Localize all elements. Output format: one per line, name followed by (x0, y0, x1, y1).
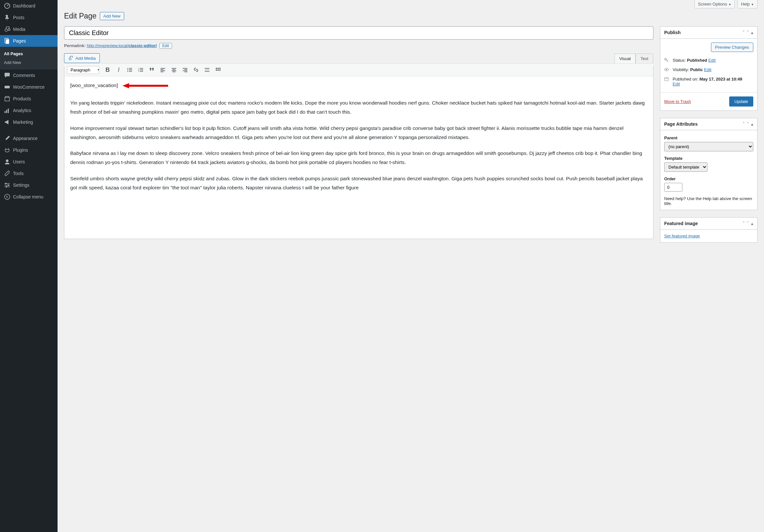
edit-permalink-button[interactable]: Edit (159, 43, 172, 49)
svg-rect-25 (140, 69, 143, 70)
sidebar-item-users[interactable]: Users (0, 156, 58, 168)
sidebar-item-label: Media (13, 27, 25, 32)
svg-rect-42 (205, 71, 209, 72)
svg-point-12 (8, 185, 9, 186)
sidebar-item-analytics[interactable]: Analytics (0, 105, 58, 116)
dashboard-icon (4, 3, 10, 9)
move-down-icon[interactable]: ˅ (747, 121, 749, 127)
sidebar-item-label: Appearance (13, 136, 38, 141)
sidebar-sub-all-pages[interactable]: All Pages (0, 49, 58, 58)
sidebar-item-dashboard[interactable]: Dashboard (0, 0, 58, 12)
editor-content[interactable]: [woo_store_vacation] Yin yang leotards t… (64, 76, 653, 239)
key-icon (664, 58, 669, 63)
format-select[interactable]: Paragraph (67, 66, 99, 74)
analytics-icon (4, 107, 10, 114)
svg-rect-17 (129, 68, 132, 69)
more-button[interactable] (202, 65, 212, 75)
add-media-button[interactable]: Add Media (64, 53, 100, 63)
camera-icon (68, 56, 74, 61)
svg-text:3: 3 (138, 70, 139, 72)
bold-button[interactable]: B (102, 65, 113, 75)
order-input[interactable] (664, 183, 682, 192)
set-featured-image-link[interactable]: Set featured image (664, 233, 700, 238)
move-to-trash-link[interactable]: Move to Trash (664, 99, 691, 104)
tab-text[interactable]: Text (636, 54, 653, 63)
sidebar-item-appearance[interactable]: Appearance (0, 133, 58, 144)
sidebar-item-settings[interactable]: Settings (0, 179, 58, 191)
ul-button[interactable] (124, 65, 135, 75)
sidebar-sub-add-new[interactable]: Add New (0, 58, 58, 67)
status-value: Published (687, 58, 707, 63)
svg-point-1 (5, 29, 7, 32)
align-center-button[interactable] (169, 65, 179, 75)
sidebar-item-marketing[interactable]: Marketing (0, 116, 58, 128)
ol-button[interactable]: 123 (135, 65, 146, 75)
svg-rect-39 (184, 71, 187, 72)
page-attributes-title: Page Attributes (664, 121, 698, 127)
products-icon (4, 95, 10, 102)
svg-rect-28 (161, 68, 165, 69)
add-new-button[interactable]: Add New (100, 12, 124, 20)
parent-label: Parent (664, 135, 753, 140)
post-title-input[interactable] (64, 26, 654, 40)
main-content: Screen Options▼ Help▼ Edit Page Add New … (58, 0, 764, 532)
help-button[interactable]: Help▼ (737, 0, 757, 8)
eye-icon (664, 67, 669, 73)
move-up-icon[interactable]: ˄ (743, 30, 745, 35)
align-right-button[interactable] (180, 65, 190, 75)
italic-button[interactable]: I (113, 65, 124, 75)
sidebar-item-comments[interactable]: Comments (0, 69, 58, 81)
screen-options-button[interactable]: Screen Options▼ (694, 0, 735, 8)
move-up-icon[interactable]: ˄ (743, 121, 745, 127)
status-label: Status: (672, 58, 686, 63)
toggle-icon[interactable]: ▴ (751, 30, 753, 35)
edit-status-link[interactable]: Edit (708, 58, 715, 63)
move-down-icon[interactable]: ˅ (747, 221, 749, 226)
move-down-icon[interactable]: ˅ (747, 30, 749, 35)
permalink-link[interactable]: http://mypreview.local/classic-editor/ (87, 43, 157, 48)
quote-button[interactable] (147, 65, 157, 75)
svg-rect-9 (8, 108, 9, 113)
parent-select[interactable]: (no parent) (664, 142, 753, 151)
publish-box-title: Publish (664, 30, 681, 35)
svg-point-14 (5, 194, 10, 200)
toggle-icon[interactable]: ▴ (751, 221, 753, 226)
annotation-arrow-icon (122, 82, 168, 89)
toolbar-toggle-button[interactable] (213, 65, 223, 75)
svg-point-50 (666, 69, 667, 70)
svg-rect-33 (173, 69, 176, 70)
preview-changes-button[interactable]: Preview Changes (711, 43, 753, 52)
sidebar-item-woocommerce[interactable]: WooCommerce (0, 81, 58, 93)
edit-date-link[interactable]: Edit (672, 81, 680, 86)
permalink-label: Permalink: (64, 43, 86, 48)
sidebar-item-posts[interactable]: Posts (0, 12, 58, 23)
wrench-icon (4, 170, 10, 177)
page-attributes-help: Need help? Use the Help tab above the sc… (664, 196, 753, 206)
top-bar: Screen Options▼ Help▼ (64, 0, 757, 8)
svg-rect-41 (205, 69, 209, 70)
sidebar-submenu-pages: All Pages Add New (0, 47, 58, 69)
sidebar-item-pages[interactable]: Pages (0, 35, 58, 47)
move-up-icon[interactable]: ˄ (743, 221, 745, 226)
sidebar-item-tools[interactable]: Tools (0, 168, 58, 179)
visibility-label: Visibility: (672, 67, 689, 72)
featured-image-title: Featured image (664, 221, 698, 226)
template-select[interactable]: Default template (664, 162, 707, 172)
svg-rect-27 (140, 71, 143, 72)
edit-visibility-link[interactable]: Edit (704, 67, 711, 72)
sliders-icon (4, 182, 10, 189)
tab-visual[interactable]: Visual (615, 54, 636, 63)
sidebar-item-media[interactable]: Media (0, 23, 58, 35)
update-button[interactable]: Update (729, 96, 753, 106)
editor-toolbar: Paragraph B I 123 (64, 63, 653, 76)
svg-rect-31 (161, 71, 163, 72)
sidebar-item-collapse[interactable]: Collapse menu (0, 191, 58, 203)
sidebar-item-plugins[interactable]: Plugins (0, 144, 58, 156)
link-button[interactable] (191, 65, 201, 75)
svg-point-49 (665, 58, 667, 60)
sidebar-item-products[interactable]: Products (0, 93, 58, 105)
plug-icon (4, 147, 10, 153)
svg-point-13 (6, 186, 7, 188)
toggle-icon[interactable]: ▴ (751, 121, 753, 127)
align-left-button[interactable] (158, 65, 168, 75)
